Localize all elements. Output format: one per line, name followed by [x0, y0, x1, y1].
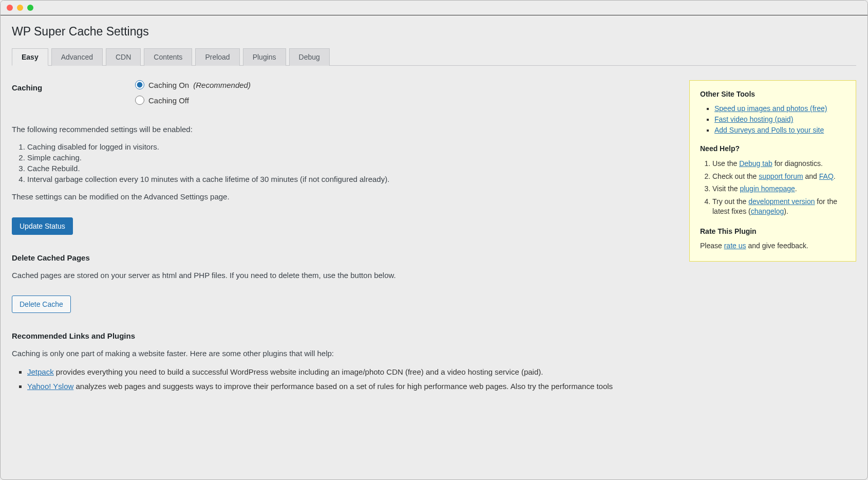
tab-contents[interactable]: Contents	[144, 48, 192, 66]
radio-caching-on-input[interactable]	[135, 80, 144, 89]
rec-item-4: Interval garbage collection every 10 min…	[27, 175, 674, 183]
yslow-item: Yahoo! Yslow analyzes web pages and sugg…	[27, 381, 674, 393]
caching-row: Caching Caching On (Recommended) Caching…	[12, 80, 674, 105]
help-item-4: Try out the development version for the …	[712, 197, 845, 217]
radio-caching-off-input[interactable]	[135, 96, 144, 105]
rec-item-3: Cache Rebuild.	[27, 164, 674, 173]
help-item-3: Visit the plugin homepage.	[712, 184, 845, 194]
tab-easy[interactable]: Easy	[12, 48, 48, 66]
tab-preload[interactable]: Preload	[195, 48, 239, 66]
caching-label: Caching	[12, 80, 115, 92]
yslow-text: analyzes web pages and suggests ways to …	[73, 382, 613, 391]
rec-links-heading: Recommended Links and Plugins	[12, 331, 674, 340]
intro-text: The following recommended settings will …	[12, 123, 674, 135]
browser-window: WP Super Cache Settings Easy Advanced CD…	[0, 0, 868, 480]
maximize-icon[interactable]	[27, 5, 33, 11]
need-help-heading: Need Help?	[700, 144, 845, 153]
window-titlebar	[1, 1, 867, 15]
sidebar-panel: Other Site Tools Speed up images and pho…	[689, 80, 856, 262]
other-site-tools-heading: Other Site Tools	[700, 90, 845, 98]
tools-list: Speed up images and photos (free) Fast v…	[714, 104, 845, 134]
radio-caching-on[interactable]: Caching On (Recommended)	[135, 80, 251, 89]
jetpack-item: Jetpack provides everything you need to …	[27, 366, 674, 378]
rate-text: Please rate us and give feedback.	[700, 242, 845, 250]
help-list: Use the Debug tab for diagnostics. Check…	[712, 159, 845, 217]
plugin-homepage-link[interactable]: plugin homepage	[740, 184, 795, 193]
changelog-link[interactable]: changelog	[751, 207, 784, 215]
rate-us-link[interactable]: rate us	[724, 242, 746, 250]
delete-text: Cached pages are stored on your server a…	[12, 269, 674, 281]
mod-text: These settings can be modified on the Ad…	[12, 191, 674, 202]
radio-on-suffix: (Recommended)	[193, 81, 251, 89]
radio-on-label: Caching On	[148, 81, 189, 89]
tab-plugins[interactable]: Plugins	[243, 48, 286, 66]
jetpack-link[interactable]: Jetpack	[27, 367, 54, 376]
rec-item-2: Simple caching.	[27, 153, 674, 162]
delete-heading: Delete Cached Pages	[12, 253, 674, 262]
faq-link[interactable]: FAQ	[819, 172, 834, 180]
tool-link-1[interactable]: Speed up images and photos (free)	[714, 104, 827, 113]
rec-links-list: Jetpack provides everything you need to …	[27, 366, 674, 392]
support-forum-link[interactable]: support forum	[759, 172, 803, 180]
help-item-2: Check out the support forum and FAQ.	[712, 172, 845, 182]
tab-cdn[interactable]: CDN	[106, 48, 141, 66]
recommended-list: Caching disabled for logged in visitors.…	[27, 142, 674, 183]
tab-debug[interactable]: Debug	[289, 48, 330, 66]
rec-links-intro: Caching is only one part of making a web…	[12, 347, 674, 359]
page-content: WP Super Cache Settings Easy Advanced CD…	[1, 15, 867, 479]
page-title: WP Super Cache Settings	[12, 25, 856, 39]
main-column: Caching Caching On (Recommended) Caching…	[12, 80, 674, 395]
help-item-1: Use the Debug tab for diagnostics.	[712, 159, 845, 169]
dev-version-link[interactable]: development version	[748, 197, 815, 206]
tool-link-3[interactable]: Add Surveys and Polls to your site	[714, 126, 824, 134]
yslow-link[interactable]: Yahoo! Yslow	[27, 382, 73, 391]
delete-cache-button[interactable]: Delete Cache	[12, 296, 71, 313]
radio-off-label: Caching Off	[148, 96, 189, 105]
tab-advanced[interactable]: Advanced	[51, 48, 103, 66]
debug-tab-link[interactable]: Debug tab	[739, 159, 772, 168]
rate-plugin-heading: Rate This Plugin	[700, 227, 845, 235]
radio-caching-off[interactable]: Caching Off	[135, 96, 251, 105]
tool-link-2[interactable]: Fast video hosting (paid)	[714, 115, 793, 123]
tab-bar: Easy Advanced CDN Contents Preload Plugi…	[12, 48, 856, 66]
close-icon[interactable]	[7, 5, 13, 11]
jetpack-text: provides everything you need to build a …	[54, 367, 543, 376]
rec-item-1: Caching disabled for logged in visitors.	[27, 142, 674, 151]
update-status-button[interactable]: Update Status	[12, 217, 73, 235]
minimize-icon[interactable]	[17, 5, 23, 11]
